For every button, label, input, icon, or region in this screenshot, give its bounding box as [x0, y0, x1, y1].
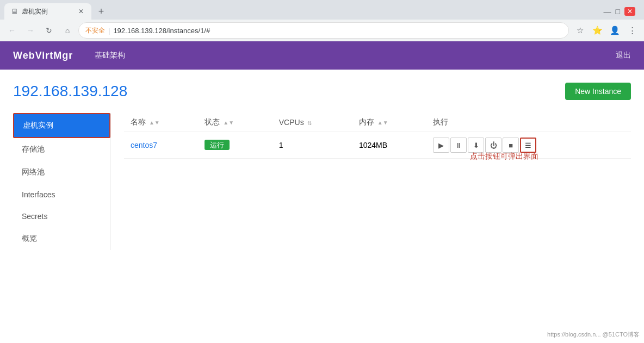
table-header: 名称 ▲▼ 状态 ▲▼ VCPUs ⇅ 内存 ▲▼ 执行 [124, 113, 631, 132]
toolbar-icons: ☆ ⭐ 👤 ⋮ [572, 23, 640, 38]
address-bar: ← → ↻ ⌂ 不安全 | 192.168.139.128/instances/… [0, 20, 644, 41]
cell-actions: ▶ ⏸ ⬇ ⏻ ■ ☰ 点击按钮可弹出界面 [426, 132, 631, 159]
tab-bar: 🖥 虚机实例 ✕ + — □ ✕ [0, 0, 644, 20]
reload-button[interactable]: ↻ [41, 23, 57, 38]
sidebar-item-network-pool[interactable]: 网络池 [13, 161, 110, 184]
content-layout: 虚机实例 存储池 网络池 Interfaces Secrets 概览 名称 ▲▼… [13, 113, 631, 250]
cell-status: 运行 [198, 132, 272, 159]
col-actions: 执行 [426, 113, 631, 132]
table-area: 名称 ▲▼ 状态 ▲▼ VCPUs ⇅ 内存 ▲▼ 执行 centos7 [111, 113, 631, 250]
sidebar-item-storage-pool[interactable]: 存储池 [13, 138, 110, 161]
bookmark-button[interactable]: ☆ [572, 23, 587, 38]
download-button[interactable]: ⬇ [468, 138, 484, 153]
col-vcpus[interactable]: VCPUs ⇅ [273, 113, 352, 132]
page-title: 192.168.139.128 [13, 83, 127, 100]
instances-table: 名称 ▲▼ 状态 ▲▼ VCPUs ⇅ 内存 ▲▼ 执行 centos7 [124, 113, 631, 159]
sidebar-item-secrets[interactable]: Secrets [13, 205, 110, 227]
sidebar-item-vm-instances[interactable]: 虚机实例 [13, 113, 110, 138]
account-button[interactable]: 👤 [607, 23, 622, 38]
stop-button[interactable]: ■ [503, 138, 519, 153]
power-button[interactable]: ⏻ [485, 138, 501, 153]
forward-button[interactable]: → [23, 23, 38, 38]
nav-item-infrastructure[interactable]: 基础架构 [90, 48, 129, 63]
sidebar-item-overview[interactable]: 概览 [13, 227, 110, 250]
sidebar: 虚机实例 存储池 网络池 Interfaces Secrets 概览 [13, 113, 111, 250]
url-text: 192.168.139.128/instances/1/# [113, 27, 562, 35]
pause-button[interactable]: ⏸ [450, 138, 467, 153]
url-separator: | [108, 27, 110, 35]
cell-memory: 1024MB [352, 132, 426, 159]
tab-title: 虚机实例 [22, 7, 74, 16]
instance-name-link[interactable]: centos7 [131, 141, 157, 149]
app-logo: WebVirtMgr [13, 50, 73, 61]
window-close-button[interactable]: ✕ [624, 7, 635, 16]
sidebar-item-interfaces[interactable]: Interfaces [13, 184, 110, 205]
window-minimize-button[interactable]: — [604, 7, 611, 16]
col-status[interactable]: 状态 ▲▼ [198, 113, 272, 132]
col-memory[interactable]: 内存 ▲▼ [352, 113, 426, 132]
bookmark-manager-button[interactable]: ⭐ [590, 23, 605, 38]
col-name[interactable]: 名称 ▲▼ [124, 113, 198, 132]
page-header: 192.168.139.128 New Instance [13, 83, 631, 100]
logout-button[interactable]: 退出 [616, 51, 631, 60]
main-content: 192.168.139.128 New Instance 虚机实例 存储池 网络… [0, 70, 644, 343]
new-instance-button[interactable]: New Instance [565, 83, 631, 100]
tab-close-button[interactable]: ✕ [77, 7, 85, 16]
sort-icon-memory: ▲▼ [377, 120, 388, 126]
browser-window: 🖥 虚机实例 ✕ + — □ ✕ ← → ↻ ⌂ 不安全 | 192.168.1… [0, 0, 644, 343]
sort-icon-status: ▲▼ [223, 120, 234, 126]
tab-icon: 🖥 [11, 7, 18, 16]
sort-icon-name: ▲▼ [149, 120, 160, 126]
window-maximize-button[interactable]: □ [616, 7, 620, 16]
table-body: centos7 运行 1 1024MB ▶ ⏸ ⬇ [124, 132, 631, 159]
app-header: WebVirtMgr 基础架构 退出 [0, 41, 644, 70]
action-buttons: ▶ ⏸ ⬇ ⏻ ■ ☰ [433, 138, 624, 153]
status-badge: 运行 [205, 140, 230, 150]
url-bar[interactable]: 不安全 | 192.168.139.128/instances/1/# [78, 22, 569, 39]
sort-icon-vcpus: ⇅ [307, 120, 312, 126]
annotation-text: 点击按钮可弹出界面 [470, 152, 538, 161]
cell-name: centos7 [124, 132, 198, 159]
security-warning-icon: 不安全 [85, 26, 105, 35]
details-button[interactable]: ☰ [520, 138, 536, 153]
active-tab[interactable]: 🖥 虚机实例 ✕ [4, 3, 91, 20]
back-button[interactable]: ← [4, 23, 20, 38]
start-button[interactable]: ▶ [433, 138, 449, 153]
cell-vcpus: 1 [273, 132, 352, 159]
home-button[interactable]: ⌂ [60, 23, 75, 38]
footer-watermark: https://blog.csdn.n... @51CTO博客 [547, 330, 640, 339]
new-tab-button[interactable]: + [94, 4, 109, 19]
menu-button[interactable]: ⋮ [624, 23, 640, 38]
table-row: centos7 运行 1 1024MB ▶ ⏸ ⬇ [124, 132, 631, 159]
